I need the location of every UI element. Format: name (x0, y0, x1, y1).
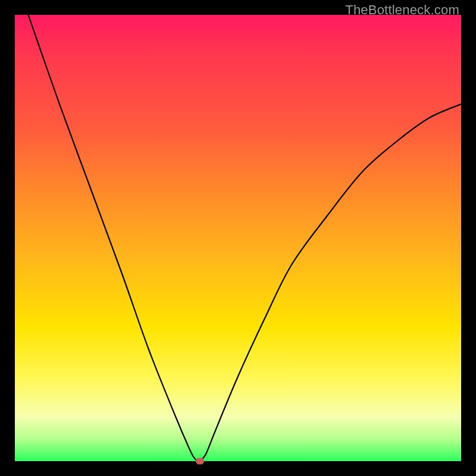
chart-frame: TheBottleneck.com (0, 0, 476, 476)
minimum-marker (196, 458, 204, 465)
bottleneck-curve (15, 15, 461, 461)
plot-area (15, 15, 461, 461)
